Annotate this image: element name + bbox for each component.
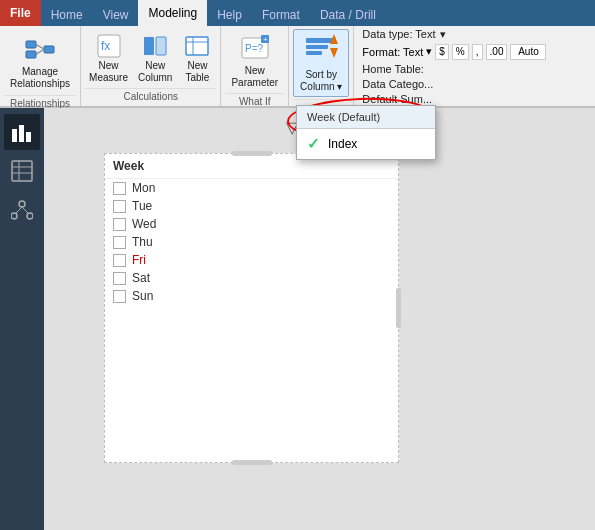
label-thu: Thu bbox=[132, 235, 153, 249]
svg-line-31 bbox=[16, 207, 22, 213]
svg-point-28 bbox=[19, 201, 25, 207]
label-wed: Wed bbox=[132, 217, 156, 231]
row-thu: Thu bbox=[105, 233, 398, 251]
check-icon: ✓ bbox=[307, 135, 320, 153]
dropdown-item-index[interactable]: ✓ Index bbox=[297, 129, 435, 159]
svg-rect-9 bbox=[186, 37, 208, 55]
manage-relationships-button[interactable]: ManageRelationships bbox=[4, 28, 76, 94]
what-if-group-label: What If bbox=[225, 93, 284, 109]
checkbox-tue[interactable] bbox=[113, 200, 126, 213]
svg-marker-19 bbox=[330, 48, 338, 58]
ribbon-group-relationships: ManageRelationships Relationships bbox=[0, 26, 81, 106]
percent-button[interactable]: % bbox=[452, 44, 469, 60]
decimal-button[interactable]: .00 bbox=[486, 44, 508, 60]
svg-rect-21 bbox=[12, 129, 17, 142]
label-sun: Sun bbox=[132, 289, 153, 303]
ribbon-group-what-if: P=?+ NewParameter What If bbox=[221, 26, 289, 106]
sort-by-column-button[interactable]: Sort byColumn ▾ bbox=[293, 29, 349, 97]
svg-rect-24 bbox=[12, 161, 32, 181]
new-column-icon bbox=[141, 32, 169, 60]
auto-input[interactable] bbox=[510, 44, 546, 60]
svg-rect-8 bbox=[156, 37, 166, 55]
svg-line-4 bbox=[36, 49, 44, 55]
svg-rect-23 bbox=[26, 132, 31, 142]
new-column-button[interactable]: NewColumn bbox=[134, 29, 176, 87]
row-wed: Wed bbox=[105, 215, 398, 233]
label-mon: Mon bbox=[132, 181, 155, 195]
new-parameter-button[interactable]: P=?+ NewParameter bbox=[225, 28, 284, 92]
data-type-arrow[interactable]: ▾ bbox=[440, 28, 446, 41]
new-column-label: NewColumn bbox=[138, 60, 172, 84]
table-panel: Week Mon Tue Wed Thu Fri Sat Sun bbox=[104, 153, 399, 463]
tab-format[interactable]: Format bbox=[252, 4, 310, 26]
new-parameter-icon: P=?+ bbox=[238, 31, 272, 65]
sort-group-label bbox=[293, 99, 349, 104]
checkbox-wed[interactable] bbox=[113, 218, 126, 231]
svg-rect-17 bbox=[306, 45, 328, 49]
label-fri: Fri bbox=[132, 253, 146, 267]
format-row: Format: Text ▾ $ % , .00 bbox=[362, 44, 546, 60]
checkbox-sat[interactable] bbox=[113, 272, 126, 285]
label-tue: Tue bbox=[132, 199, 152, 213]
svg-point-30 bbox=[27, 213, 33, 219]
manage-relationships-label: ManageRelationships bbox=[10, 66, 70, 90]
new-measure-button[interactable]: fx NewMeasure bbox=[85, 29, 132, 87]
dropdown-header: Week (Default) bbox=[297, 106, 435, 129]
ribbon-group-sort: Sort byColumn ▾ bbox=[289, 26, 354, 106]
sidebar-table-icon[interactable] bbox=[4, 153, 40, 189]
new-table-label: NewTable bbox=[185, 60, 209, 84]
ribbon-right-panel: Data type: Text ▾ Format: Text ▾ $ % , .… bbox=[354, 26, 554, 106]
checkbox-thu[interactable] bbox=[113, 236, 126, 249]
ribbon-group-calculations: fx NewMeasure NewColumn NewTable Calcula… bbox=[81, 26, 221, 106]
row-tue: Tue bbox=[105, 197, 398, 215]
dollar-button[interactable]: $ bbox=[435, 44, 449, 60]
tab-home[interactable]: Home bbox=[41, 4, 93, 26]
svg-rect-18 bbox=[306, 51, 322, 55]
manage-relationships-icon bbox=[23, 32, 57, 66]
comma-button[interactable]: , bbox=[472, 44, 483, 60]
sort-by-column-label: Sort byColumn ▾ bbox=[300, 69, 342, 93]
svg-line-32 bbox=[22, 207, 28, 213]
tab-file[interactable]: File bbox=[0, 0, 41, 26]
row-mon: Mon bbox=[105, 179, 398, 197]
row-sat: Sat bbox=[105, 269, 398, 287]
row-fri: Fri bbox=[105, 251, 398, 269]
checkbox-mon[interactable] bbox=[113, 182, 126, 195]
svg-rect-22 bbox=[19, 125, 24, 142]
svg-rect-2 bbox=[44, 46, 54, 53]
svg-text:fx: fx bbox=[101, 39, 110, 53]
label-sat: Sat bbox=[132, 271, 150, 285]
svg-line-3 bbox=[36, 45, 44, 50]
new-measure-icon: fx bbox=[95, 32, 123, 60]
data-category-row: Data Catego... bbox=[362, 78, 546, 90]
tab-help[interactable]: Help bbox=[207, 4, 252, 26]
tab-data-drill[interactable]: Data / Drill bbox=[310, 4, 386, 26]
new-parameter-label: NewParameter bbox=[231, 65, 278, 89]
checkbox-fri[interactable] bbox=[113, 254, 126, 267]
new-measure-label: NewMeasure bbox=[89, 60, 128, 84]
sort-by-column-icon bbox=[303, 33, 339, 69]
svg-rect-7 bbox=[144, 37, 154, 55]
sidebar-model-icon[interactable] bbox=[4, 192, 40, 228]
svg-point-29 bbox=[11, 213, 17, 219]
calculations-group-label: Calculations bbox=[85, 88, 216, 104]
svg-rect-1 bbox=[26, 51, 36, 58]
tab-view[interactable]: View bbox=[93, 4, 139, 26]
row-sun: Sun bbox=[105, 287, 398, 305]
new-table-button[interactable]: NewTable bbox=[178, 29, 216, 87]
new-table-icon bbox=[183, 32, 211, 60]
tab-modeling[interactable]: Modeling bbox=[138, 0, 207, 26]
checkbox-sun[interactable] bbox=[113, 290, 126, 303]
data-type-row: Data type: Text ▾ bbox=[362, 28, 546, 41]
sidebar-bar-chart-icon[interactable] bbox=[4, 114, 40, 150]
home-table-row: Home Table: bbox=[362, 63, 546, 75]
svg-text:P=?: P=? bbox=[245, 43, 264, 54]
default-sum-row: Default Sum... bbox=[362, 93, 546, 105]
format-arrow[interactable]: ▾ bbox=[426, 45, 432, 58]
svg-rect-0 bbox=[26, 41, 36, 48]
index-label: Index bbox=[328, 137, 357, 151]
format-label: Format: Text bbox=[362, 46, 423, 58]
data-type-label: Data type: Text bbox=[362, 28, 435, 40]
svg-text:+: + bbox=[263, 35, 268, 44]
sort-dropdown: Week (Default) ✓ Index bbox=[296, 105, 436, 160]
